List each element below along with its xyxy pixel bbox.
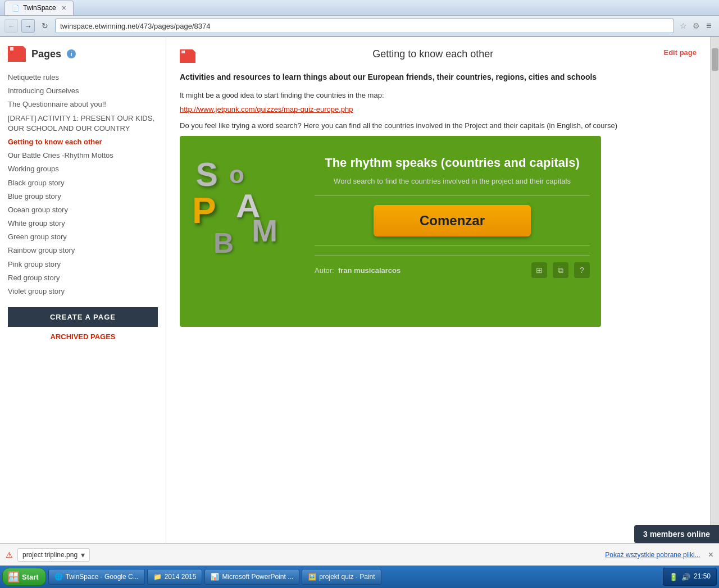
page-header: Getting to know each other Edit page xyxy=(180,48,697,63)
sidebar-item-rainbow-group[interactable]: Rainbow group story xyxy=(8,244,158,257)
taskbar-item-twinspace[interactable]: 🌐 TwinSpace - Google C... xyxy=(48,569,145,585)
taskbar-folder-label: 2014 2015 xyxy=(165,573,197,581)
sidebar-item-ocean-group[interactable]: Ocean group story xyxy=(8,203,158,217)
taskbar: 🪟 Start 🌐 TwinSpace - Google C... 📁 2014… xyxy=(0,566,719,588)
scroll-thumb[interactable] xyxy=(712,48,718,71)
create-page-button[interactable]: CREATE A PAGE xyxy=(8,307,158,327)
title-bar: 📄 TwinSpace × xyxy=(0,0,719,16)
taskbar-twinspace-icon: 🌐 xyxy=(54,573,63,581)
download-file-icon: ⚠ xyxy=(6,550,13,559)
word-search-widget: S o P A B M The rhythm speaks (countries… xyxy=(180,136,601,327)
map-link[interactable]: http://www.jetpunk.com/quizzes/map-quiz-… xyxy=(180,105,697,113)
url-text: twinspace.etwinning.net/473/pages/page/8… xyxy=(60,22,210,30)
letter-p: P xyxy=(192,190,216,231)
edit-page-link[interactable]: Edit page xyxy=(663,48,697,57)
widget-help-icon[interactable]: ? xyxy=(574,262,590,278)
main-content: Getting to know each other Edit page Act… xyxy=(166,37,710,543)
taskbar-folder-icon: 📁 xyxy=(153,573,162,581)
widget-title: The rhythm speaks (countries and capital… xyxy=(325,155,580,171)
sopam-graphic: S o P A B M xyxy=(191,149,303,262)
sidebar-item-green-group[interactable]: Green group story xyxy=(8,230,158,244)
sidebar-item-black-group[interactable]: Black group story xyxy=(8,176,158,190)
page-description: Activities and resources to learn things… xyxy=(180,72,697,83)
sidebar-nav: Netiquette rules Introducing Ourselves T… xyxy=(8,71,158,298)
start-label: Start xyxy=(22,573,39,581)
taskbar-ppt-label: Microsoft PowerPoint ... xyxy=(222,573,293,581)
taskbar-item-folder[interactable]: 📁 2014 2015 xyxy=(147,569,203,585)
sidebar-item-introducing[interactable]: Introducing Ourselves xyxy=(8,84,158,98)
sidebar-item-violet-group[interactable]: Violet group story xyxy=(8,285,158,298)
back-button[interactable]: ← xyxy=(4,19,18,33)
start-logo-icon: 🪟 xyxy=(7,571,20,583)
address-bar: ← → ↻ twinspace.etwinning.net/473/pages/… xyxy=(0,16,719,37)
download-bar-close-button[interactable]: × xyxy=(708,550,713,560)
taskbar-twinspace-label: TwinSpace - Google C... xyxy=(66,573,139,581)
download-filename: project tripline.png xyxy=(22,551,78,559)
download-dropdown-icon[interactable]: ▾ xyxy=(81,550,85,559)
system-clock: 21:50 xyxy=(694,572,711,581)
sidebar-item-pink-group[interactable]: Pink group story xyxy=(8,258,158,271)
letter-o: o xyxy=(229,161,244,189)
widget-footer: Autor: fran musicalarcos ⊞ ⧉ ? xyxy=(315,255,590,278)
taskbar-item-paint[interactable]: 🖼️ projekt quiz - Paint xyxy=(302,569,381,585)
info-icon[interactable]: i xyxy=(67,49,76,58)
sidebar-item-working-groups[interactable]: Working groups xyxy=(8,162,158,176)
tab-title: TwinSpace xyxy=(23,4,56,12)
widget-divider xyxy=(315,195,590,196)
sidebar-item-questionnaire[interactable]: The Questionnaire about you!! xyxy=(8,98,158,111)
show-all-downloads-link[interactable]: Pokaż wszystkie pobrane pliki... xyxy=(605,551,700,559)
intro-text: It might be a good idea to start finding… xyxy=(180,90,697,101)
browser-tab[interactable]: 📄 TwinSpace × xyxy=(4,1,74,15)
svg-marker-1 xyxy=(10,47,13,51)
word-search-text: Do you feel like trying a word search? H… xyxy=(180,120,697,131)
comenzar-button[interactable]: Comenzar xyxy=(374,205,531,236)
svg-marker-3 xyxy=(181,51,185,53)
members-online-badge: 3 members online xyxy=(634,525,719,543)
download-bar: ⚠ project tripline.png ▾ Pokaż wszystkie… xyxy=(0,543,719,566)
sidebar-item-draft-activity[interactable]: [DRAFT] ACTIVITY 1: PRESENT OUR KIDS, OU… xyxy=(8,112,158,135)
pages-icon xyxy=(8,46,26,62)
scrollbar[interactable] xyxy=(710,37,719,543)
taskbar-paint-label: projekt quiz - Paint xyxy=(319,573,375,581)
sidebar-item-blue-group[interactable]: Blue group story xyxy=(8,190,158,203)
page-content-icon xyxy=(180,49,195,63)
taskbar-paint-icon: 🖼️ xyxy=(308,573,316,581)
widget-description: Word search to find the countries involv… xyxy=(334,176,571,186)
archived-pages-link[interactable]: ARCHIVED PAGES xyxy=(8,332,158,341)
sidebar-title: Pages xyxy=(31,48,61,60)
bookmark-star-icon[interactable]: ☆ xyxy=(680,21,687,30)
taskbar-item-powerpoint[interactable]: 📊 Microsoft PowerPoint ... xyxy=(204,569,299,585)
taskbar-ppt-icon: 📊 xyxy=(211,573,219,581)
widget-action-icons: ⊞ ⧉ ? xyxy=(531,262,590,278)
network-icon: 🔋 xyxy=(669,573,678,581)
members-online-text: 3 members online xyxy=(643,530,710,539)
volume-icon: 🔊 xyxy=(681,573,690,581)
widget-copy-icon[interactable]: ⧉ xyxy=(553,262,568,278)
tab-close-button[interactable]: × xyxy=(62,3,66,12)
clock-time: 21:50 xyxy=(694,572,711,581)
url-bar[interactable]: twinspace.etwinning.net/473/pages/page/8… xyxy=(55,19,674,33)
autor-label: Autor: fran musicalarcos xyxy=(315,266,401,275)
sidebar-item-battle-cries[interactable]: Our Battle Cries -Rhythm Mottos xyxy=(8,149,158,162)
tab-favicon: 📄 xyxy=(12,4,20,12)
extensions-icon[interactable]: ⚙ xyxy=(693,21,700,30)
page-title: Getting to know each other xyxy=(202,48,663,60)
menu-icon[interactable]: ≡ xyxy=(703,21,715,31)
letter-b: B xyxy=(213,227,234,259)
letter-s: S xyxy=(196,154,218,194)
reload-button[interactable]: ↻ xyxy=(38,19,52,33)
taskbar-system-tray: 🔋 🔊 21:50 xyxy=(663,568,717,586)
widget-footer-divider xyxy=(315,245,590,246)
widget-right: The rhythm speaks (countries and capital… xyxy=(315,149,590,279)
download-item[interactable]: project tripline.png ▾ xyxy=(17,548,90,562)
autor-name: fran musicalarcos xyxy=(338,266,401,275)
sidebar-item-netiquette[interactable]: Netiquette rules xyxy=(8,71,158,84)
sidebar-item-white-group[interactable]: White group story xyxy=(8,217,158,230)
start-button[interactable]: 🪟 Start xyxy=(2,568,46,586)
sidebar-header: Pages i xyxy=(8,46,158,62)
letter-m: M xyxy=(252,212,277,249)
widget-screen-icon[interactable]: ⊞ xyxy=(531,262,547,278)
forward-button[interactable]: → xyxy=(21,19,35,33)
sidebar-item-red-group[interactable]: Red group story xyxy=(8,271,158,285)
sidebar-item-getting-to-know[interactable]: Getting to know each other xyxy=(8,135,158,149)
